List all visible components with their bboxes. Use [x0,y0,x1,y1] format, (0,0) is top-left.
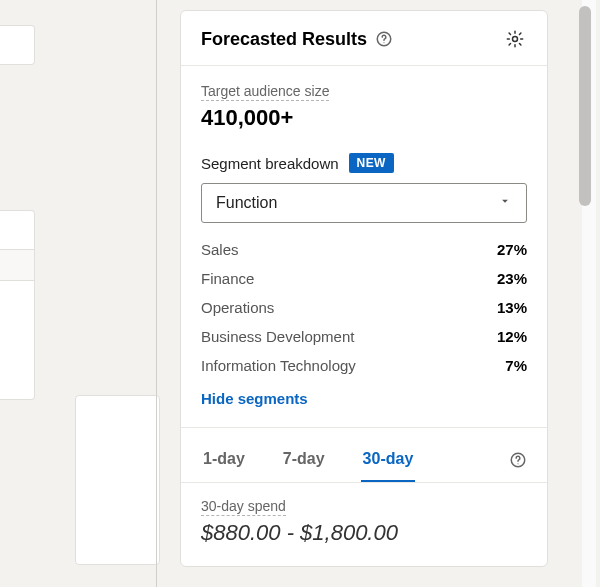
tab-7day[interactable]: 7-day [281,442,327,482]
help-icon[interactable] [375,30,393,48]
panel-title: Forecasted Results [201,29,367,50]
segment-row: Business Development 12% [201,328,527,345]
segment-row: Operations 13% [201,299,527,316]
segment-list: Sales 27% Finance 23% Operations 13% Bus… [201,241,527,374]
segment-dimension-select[interactable]: Function [201,183,527,223]
hide-segments-link[interactable]: Hide segments [201,390,308,407]
vertical-divider [156,0,157,587]
segment-name: Operations [201,299,274,316]
segment-pct: 7% [505,357,527,374]
spend-block: 30-day spend $880.00 - $1,800.00 [201,497,527,546]
chevron-down-icon [498,194,512,212]
gear-icon [505,29,525,49]
tab-30day[interactable]: 30-day [361,442,416,482]
svg-point-1 [383,42,384,43]
spend-value: $880.00 - $1,800.00 [201,520,527,546]
segment-row: Finance 23% [201,270,527,287]
left-card-fragment-3 [75,395,160,565]
segment-name: Finance [201,270,254,287]
target-audience-block: Target audience size 410,000+ [201,82,527,131]
left-card-fragment-2 [0,210,35,400]
left-card-fragment-2-row [0,249,34,281]
left-card-fragment-1 [0,25,35,65]
segment-row: Information Technology 7% [201,357,527,374]
tab-1day[interactable]: 1-day [201,442,247,482]
segment-pct: 23% [497,270,527,287]
new-badge: NEW [349,153,394,173]
forecast-tabs: 1-day 7-day 30-day [201,428,527,482]
segment-pct: 13% [497,299,527,316]
scrollbar-thumb[interactable] [579,6,591,206]
segment-dimension-value: Function [216,194,277,212]
panel-header: Forecasted Results [181,11,547,66]
segment-breakdown-label: Segment breakdown [201,155,339,172]
segment-pct: 12% [497,328,527,345]
segment-pct: 27% [497,241,527,258]
panel-title-wrap: Forecasted Results [201,29,393,50]
segment-breakdown-header: Segment breakdown NEW [201,153,527,173]
svg-point-4 [517,463,518,464]
help-icon[interactable] [509,451,527,473]
segment-name: Information Technology [201,357,356,374]
scrollbar-track[interactable] [582,0,596,587]
panel-body: Target audience size 410,000+ Segment br… [181,66,547,566]
svg-point-2 [513,37,518,42]
divider [181,482,547,483]
settings-button[interactable] [503,27,527,51]
segment-name: Business Development [201,328,354,345]
segment-name: Sales [201,241,239,258]
target-audience-value: 410,000+ [201,105,527,131]
target-audience-label: Target audience size [201,83,329,101]
segment-row: Sales 27% [201,241,527,258]
forecasted-results-panel: Forecasted Results Target audience size … [180,10,548,567]
spend-label: 30-day spend [201,498,286,516]
